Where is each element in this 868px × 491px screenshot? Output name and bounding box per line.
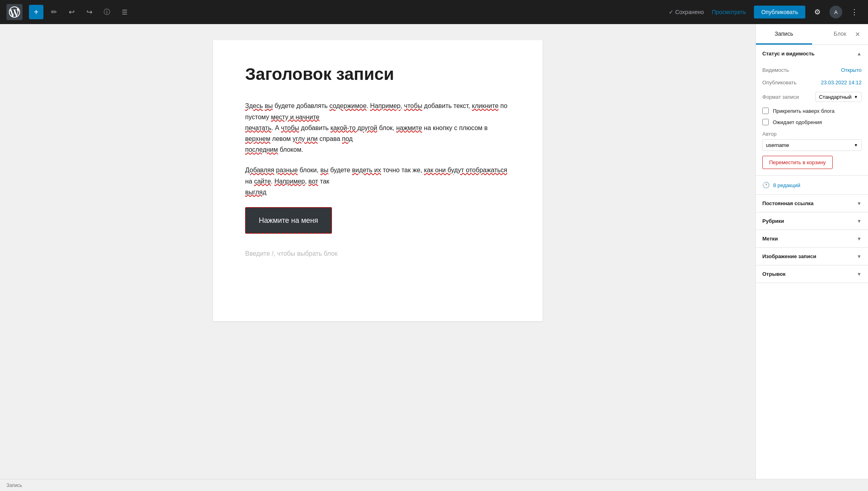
wp-logo[interactable]	[6, 4, 23, 20]
main-toolbar: + ✏ ↩ ↪ ⓘ ☰ ✓ Сохранено Просмотреть Опуб…	[0, 0, 868, 24]
sidebar-close-button[interactable]: ×	[852, 29, 863, 40]
preview-button[interactable]: Просмотреть	[708, 6, 749, 18]
author-chevron-icon: ▼	[854, 143, 858, 147]
section-featured-image-header[interactable]: Изображение записи	[756, 248, 868, 265]
pin-label: Прикрепить наверх блога	[773, 108, 835, 114]
edit-button[interactable]: ✏	[47, 5, 61, 19]
link-21[interactable]: сайте	[254, 178, 271, 185]
section-tags-header[interactable]: Метки	[756, 230, 868, 247]
excerpt-chevron-icon	[857, 271, 862, 277]
sidebar-header: Запись Блок ×	[756, 24, 868, 45]
paragraph-1[interactable]: Здесь вы будете добавлять содержимое. На…	[245, 100, 510, 155]
link-8[interactable]: печатать	[245, 124, 271, 131]
link-23[interactable]: вот	[309, 178, 318, 185]
list-view-button[interactable]: ☰	[117, 5, 132, 19]
tags-chevron-icon	[857, 236, 862, 242]
visibility-value[interactable]: Открыто	[841, 67, 862, 73]
redo-button[interactable]: ↪	[82, 5, 96, 19]
section-status-title: Статус и видимость	[762, 51, 815, 57]
format-row: Формат записи Стандартный ▼	[762, 89, 862, 105]
block-placeholder[interactable]: Введите /, чтобы выбрать блок	[245, 243, 510, 264]
add-block-button[interactable]: +	[29, 5, 43, 19]
link-4[interactable]: Например	[370, 102, 401, 109]
gear-icon: ⚙	[814, 8, 821, 16]
section-permalink-title: Постоянная ссылка	[762, 200, 814, 206]
section-excerpt-header[interactable]: Отрывок	[756, 265, 868, 283]
link-13[interactable]: углу или	[293, 135, 317, 142]
author-label: Автор	[762, 128, 862, 139]
visibility-label: Видимость	[762, 67, 789, 73]
link-19[interactable]: видеть их	[352, 167, 381, 173]
featured-image-chevron-icon	[857, 254, 862, 259]
editor-area: Заголовок записи Здесь вы будете добавля…	[0, 24, 755, 479]
revisions-clock-icon: 🕐	[762, 181, 770, 189]
format-select[interactable]: Стандартный ▼	[815, 92, 862, 102]
publish-date-value[interactable]: 23.03.2022 14:12	[821, 79, 862, 86]
link-1[interactable]: Здесь	[245, 102, 263, 109]
user-button[interactable]: A	[829, 6, 842, 18]
info-button[interactable]: ⓘ	[100, 5, 114, 19]
paragraph-2[interactable]: Добавляя разные блоки, вы будете видеть …	[245, 165, 510, 198]
post-title[interactable]: Заголовок записи	[245, 64, 510, 84]
post-content: Здесь вы будете добавлять содержимое. На…	[245, 100, 510, 264]
main-area: Заголовок записи Здесь вы будете добавля…	[0, 24, 868, 479]
link-7[interactable]: месту и начните	[271, 114, 319, 120]
toolbar-right: ✓ Сохранено Просмотреть Опубликовать ⚙ A…	[669, 5, 862, 19]
author-value: username	[766, 142, 789, 148]
link-2[interactable]: вы	[265, 102, 273, 109]
status-bar: Запись	[0, 479, 868, 491]
link-3[interactable]: содержимое	[330, 102, 366, 109]
link-15[interactable]: последним	[245, 146, 278, 153]
link-20[interactable]: как они будут отображаться	[424, 167, 507, 173]
section-status-content: Видимость Открыто Опубликовать 23.03.202…	[756, 62, 868, 175]
button-block[interactable]: Нажмите на меня	[245, 207, 332, 234]
trash-button[interactable]: Переместить в корзину	[762, 156, 833, 169]
link-14[interactable]: под	[342, 135, 353, 142]
check-icon: ✓	[669, 9, 674, 15]
link-10[interactable]: какой-то другой	[330, 124, 377, 131]
section-permalink-header[interactable]: Постоянная ссылка	[756, 195, 868, 212]
categories-chevron-icon	[857, 218, 862, 224]
link-5[interactable]: чтобы	[404, 102, 422, 109]
section-permalink: Постоянная ссылка	[756, 195, 868, 212]
saved-label: Сохранено	[675, 9, 704, 15]
section-tags: Метки	[756, 230, 868, 248]
format-value: Стандартный	[819, 94, 852, 100]
publish-row: Опубликовать 23.03.2022 14:12	[762, 76, 862, 89]
section-categories-header[interactable]: Рубрики	[756, 212, 868, 230]
link-17[interactable]: разные	[276, 167, 298, 173]
user-avatar-icon: A	[834, 9, 838, 15]
section-excerpt: Отрывок	[756, 265, 868, 283]
link-12[interactable]: верхнем	[245, 135, 270, 142]
undo-button[interactable]: ↩	[64, 5, 79, 19]
pending-checkbox[interactable]	[762, 119, 769, 125]
revisions-row[interactable]: 🕐 8 редакций	[756, 176, 868, 195]
status-bar-label: Запись	[6, 483, 22, 488]
author-select[interactable]: username ▼	[762, 139, 862, 151]
publish-date-label: Опубликовать	[762, 79, 796, 86]
section-featured-image-title: Изображение записи	[762, 253, 816, 259]
publish-button[interactable]: Опубликовать	[754, 6, 805, 18]
section-featured-image: Изображение записи	[756, 248, 868, 265]
settings-button[interactable]: ⚙	[810, 5, 825, 19]
link-22[interactable]: Например	[274, 178, 305, 185]
link-24[interactable]: выгляд	[245, 189, 266, 196]
format-chevron-icon: ▼	[854, 95, 858, 99]
link-18[interactable]: вы	[320, 167, 328, 173]
pending-label: Ожидает одобрения	[773, 119, 822, 125]
pin-row: Прикрепить наверх блога	[762, 105, 862, 116]
pin-checkbox[interactable]	[762, 108, 769, 114]
link-6[interactable]: кликните	[472, 102, 498, 109]
more-icon: ⋮	[851, 8, 858, 16]
more-options-button[interactable]: ⋮	[847, 5, 862, 19]
editor-canvas: Заголовок записи Здесь вы будете добавля…	[213, 40, 542, 321]
link-9[interactable]: чтобы	[281, 124, 299, 131]
link-11[interactable]: нажмите	[396, 124, 422, 131]
permalink-chevron-icon	[857, 201, 862, 206]
link-16[interactable]: Добавляя	[245, 167, 274, 173]
section-status-header[interactable]: Статус и видимость	[756, 45, 868, 62]
revisions-label: 8 редакций	[773, 182, 800, 188]
tab-record[interactable]: Запись	[756, 24, 812, 45]
sidebar: Запись Блок × Статус и видимость Видимос…	[755, 24, 868, 479]
format-label: Формат записи	[762, 94, 799, 100]
